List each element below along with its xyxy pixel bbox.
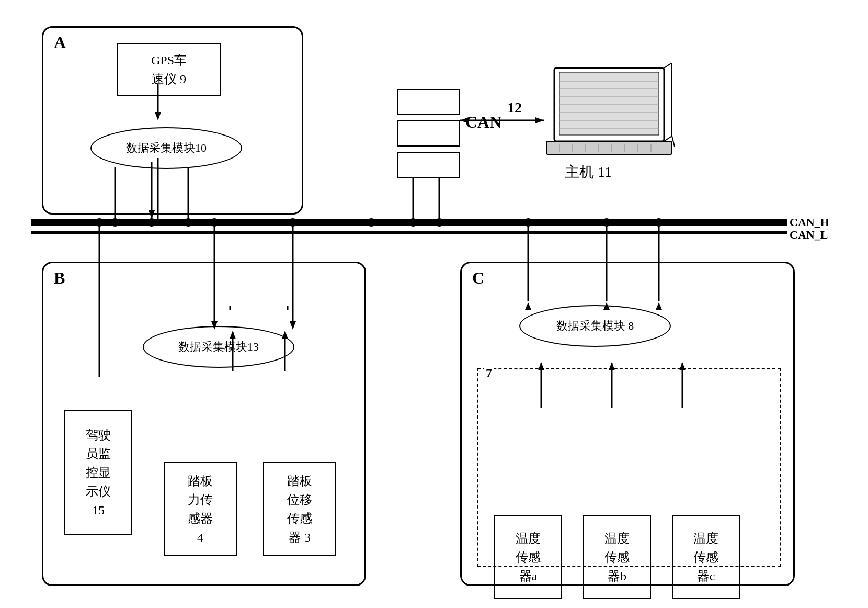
temp-c-text: 温度 传感 器c — [693, 529, 718, 586]
svg-point-5 — [147, 218, 156, 227]
box-a: A GPS车 速仪 9 数据采集模块10 — [42, 26, 303, 215]
box-a-label: A — [54, 33, 66, 52]
svg-point-4 — [111, 218, 119, 227]
temp-sensor-c-box: 温度 传感 器c — [672, 515, 740, 599]
box-c-label: C — [472, 268, 484, 288]
svg-rect-1 — [31, 231, 787, 234]
can-h-label: CAN_H — [790, 216, 829, 229]
svg-point-12 — [95, 218, 104, 227]
laptop-icon — [544, 63, 680, 164]
laptop-svg — [544, 63, 680, 162]
module-8-label: 数据采集模块 8 — [556, 318, 634, 334]
pedal-displacement-sensor-box: 踏板 位移 传感 器 3 — [263, 462, 336, 556]
svg-point-34 — [409, 218, 417, 227]
svg-line-68 — [664, 63, 672, 68]
driver-monitor-box: 驾驶 员监 控显 示仪 15 — [64, 410, 132, 535]
svg-rect-59 — [546, 141, 672, 154]
svg-rect-0 — [31, 219, 787, 226]
pedal-disp-text: 踏板 位移 传感 器 3 — [287, 471, 312, 547]
module-8: 数据采集模块 8 — [519, 305, 671, 347]
svg-rect-51 — [559, 72, 659, 135]
driver-monitor-text: 驾驶 员监 控显 示仪 15 — [86, 425, 111, 520]
box-b: B 数据采集模块13 驾驶 员监 控显 示仪 15 踏板 力传 感器 4 — [42, 262, 366, 586]
box-c: C 数据采集模块 8 7 温度 传感 器a 温度 传感 器b — [460, 262, 795, 586]
svg-point-23 — [524, 218, 532, 227]
svg-point-25 — [655, 218, 663, 227]
diagram-container: A GPS车 速仪 9 数据采集模块10 CAN_H CAN_L CAN 12 — [31, 16, 837, 591]
svg-marker-38 — [535, 117, 544, 123]
pedal-force-sensor-box: 踏板 力传 感器 4 — [164, 462, 237, 556]
can-text-label: CAN — [465, 112, 501, 132]
module-10: 数据采集模块10 — [90, 127, 242, 169]
svg-point-15 — [367, 218, 375, 227]
temp-sensor-b-box: 温度 传感 器b — [583, 515, 651, 599]
svg-point-14 — [289, 218, 297, 227]
svg-point-6 — [184, 218, 192, 227]
box-7-label: 7 — [484, 366, 494, 380]
temp-a-text: 温度 传感 器a — [516, 529, 541, 586]
svg-point-35 — [435, 218, 443, 227]
temp-sensor-a-box: 温度 传感 器a — [494, 515, 562, 599]
can-rect-1 — [397, 89, 460, 115]
pedal-force-text: 踏板 力传 感器 4 — [188, 471, 213, 547]
host-label: 主机 11 — [565, 162, 612, 182]
can-rect-3 — [397, 152, 460, 178]
svg-line-69 — [664, 136, 672, 141]
gps-text: GPS车 速仪 9 — [151, 51, 187, 88]
svg-point-24 — [602, 218, 611, 227]
can-l-label: CAN_L — [790, 228, 828, 242]
module-13: 数据采集模块13 — [143, 326, 294, 368]
can-number-label: 12 — [507, 99, 522, 116]
box-b-label: B — [54, 268, 65, 288]
svg-point-13 — [210, 218, 219, 227]
module-10-label: 数据采集模块10 — [126, 140, 207, 156]
gps-speedometer-box: GPS车 速仪 9 — [117, 43, 221, 96]
temp-b-text: 温度 传感 器b — [604, 529, 630, 586]
box-7: 7 温度 传感 器a 温度 传感 器b 温度 — [477, 368, 781, 567]
can-rect-2 — [397, 120, 460, 147]
module-13-label: 数据采集模块13 — [178, 339, 259, 355]
